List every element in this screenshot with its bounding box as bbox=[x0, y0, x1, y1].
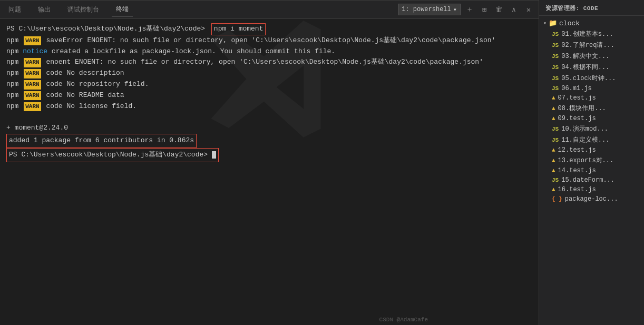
collapse-button[interactable]: ∧ bbox=[508, 4, 520, 15]
js-file-icon: JS bbox=[552, 64, 559, 71]
sidebar: 资源管理器: CODE ▾ 📁 clock JS 01.创建基本s... JS … bbox=[539, 0, 644, 325]
sidebar-item-file-06[interactable]: JS 06.m1.js bbox=[539, 84, 644, 93]
file-label-13: 13.exports对... bbox=[558, 156, 614, 165]
vscode-logo bbox=[196, 11, 343, 147]
file-label-06: 06.m1.js bbox=[561, 85, 592, 92]
file-label-14: 14.test.js bbox=[558, 167, 596, 174]
warn-file-icon: ▲ bbox=[552, 147, 555, 153]
warn-file-icon: ▲ bbox=[552, 95, 555, 101]
warn-file-icon: ▲ bbox=[552, 105, 555, 112]
close-panel-button[interactable]: ✕ bbox=[523, 4, 534, 15]
warn-file-icon: ▲ bbox=[552, 157, 555, 164]
terminal-dropdown[interactable]: 1: powershell ▾ bbox=[398, 4, 461, 15]
main-container: 问题 输出 调试控制台 终端 1: powershell ▾ ＋ ⊞ 🗑 ∧ ✕ bbox=[0, 0, 644, 325]
sidebar-item-file-03[interactable]: JS 03.解决中文... bbox=[539, 51, 644, 62]
dropdown-label: 1: powershell bbox=[402, 6, 451, 13]
file-label-12: 12.test.js bbox=[558, 146, 596, 154]
js-file-icon: JS bbox=[552, 137, 559, 143]
sidebar-item-file-09[interactable]: ▲ 09.test.js bbox=[539, 114, 644, 123]
file-label-16: 16.test.js bbox=[558, 186, 596, 193]
file-label-09: 09.test.js bbox=[558, 115, 596, 122]
sidebar-item-file-15[interactable]: JS 15.dateForm... bbox=[539, 175, 644, 185]
terminal-cursor bbox=[212, 151, 216, 159]
file-label-07: 07.test.js bbox=[558, 94, 596, 102]
sidebar-item-file-12[interactable]: ▲ 12.test.js bbox=[539, 145, 644, 155]
tab-output[interactable]: 输出 bbox=[34, 3, 55, 16]
sidebar-tree: ▾ 📁 clock JS 01.创建基本s... JS 02.了解req请...… bbox=[539, 16, 644, 325]
sidebar-item-file-pkg[interactable]: { } package-loc... bbox=[539, 194, 644, 204]
tab-problems[interactable]: 问题 bbox=[4, 3, 25, 16]
js-file-icon: JS bbox=[552, 31, 559, 37]
js-file-icon: JS bbox=[552, 85, 559, 92]
sidebar-item-file-01[interactable]: JS 01.创建基本s... bbox=[539, 28, 644, 40]
js-file-icon: JS bbox=[552, 75, 559, 82]
file-label-01: 01.创建基本s... bbox=[561, 29, 613, 38]
sidebar-item-file-14[interactable]: ▲ 14.test.js bbox=[539, 166, 644, 175]
terminal-final-prompt: PS C:\Users\escook\Desktop\Node.js基础\day… bbox=[6, 148, 532, 162]
tab-debug[interactable]: 调试控制台 bbox=[63, 3, 103, 16]
sidebar-item-file-10[interactable]: JS 10.演示mod... bbox=[539, 123, 644, 134]
file-label-15: 15.dateForm... bbox=[561, 176, 614, 184]
js-file-icon: JS bbox=[552, 53, 559, 60]
prompt-1: PS C:\Users\escook\Desktop\Node.js基础\day… bbox=[6, 24, 209, 35]
file-label-11: 11.自定义模... bbox=[561, 135, 609, 144]
sidebar-item-file-07[interactable]: ▲ 07.test.js bbox=[539, 93, 644, 103]
warn-file-icon: ▲ bbox=[552, 115, 555, 122]
watermark: CSDN @AdamCafe bbox=[379, 317, 428, 323]
sidebar-item-file-13[interactable]: ▲ 13.exports对... bbox=[539, 155, 644, 166]
folder-arrow-icon: ▾ bbox=[543, 20, 547, 26]
file-label-08: 08.模块作用... bbox=[558, 104, 606, 113]
file-label-04: 04.根据不同... bbox=[561, 63, 609, 72]
editor-area: 问题 输出 调试控制台 终端 1: powershell ▾ ＋ ⊞ 🗑 ∧ ✕ bbox=[0, 0, 539, 325]
sidebar-header: 资源管理器: CODE bbox=[539, 0, 644, 16]
sidebar-item-file-11[interactable]: JS 11.自定义模... bbox=[539, 134, 644, 145]
folder-icon: 📁 bbox=[549, 19, 557, 27]
sidebar-item-file-04[interactable]: JS 04.根据不同... bbox=[539, 62, 644, 73]
file-label-10: 10.演示mod... bbox=[561, 124, 608, 133]
js-file-icon: JS bbox=[552, 177, 559, 183]
js-file-icon: JS bbox=[552, 42, 559, 48]
file-label-02: 02.了解req请... bbox=[561, 41, 614, 50]
file-label-pkg: package-loc... bbox=[565, 195, 618, 203]
sidebar-item-file-08[interactable]: ▲ 08.模块作用... bbox=[539, 103, 644, 114]
chevron-down-icon: ▾ bbox=[453, 6, 457, 14]
delete-terminal-button[interactable]: 🗑 bbox=[493, 4, 505, 15]
warn-file-icon: ▲ bbox=[552, 168, 555, 174]
sidebar-item-file-02[interactable]: JS 02.了解req请... bbox=[539, 40, 644, 51]
warn-file-icon: ▲ bbox=[552, 186, 555, 193]
folder-label: clock bbox=[559, 19, 580, 27]
json-file-icon: { } bbox=[552, 196, 562, 202]
sidebar-item-file-05[interactable]: JS 05.clock时钟... bbox=[539, 73, 644, 84]
tab-terminal[interactable]: 终端 bbox=[112, 3, 133, 16]
sidebar-folder-clock[interactable]: ▾ 📁 clock bbox=[539, 18, 644, 28]
file-label-05: 05.clock时钟... bbox=[561, 74, 616, 83]
add-terminal-button[interactable]: ＋ bbox=[464, 4, 475, 15]
sidebar-item-file-16[interactable]: ▲ 16.test.js bbox=[539, 185, 644, 194]
file-label-03: 03.解决中文... bbox=[561, 52, 609, 61]
split-terminal-button[interactable]: ⊞ bbox=[479, 4, 490, 15]
js-file-icon: JS bbox=[552, 126, 559, 132]
terminal-actions: 1: powershell ▾ ＋ ⊞ 🗑 ∧ ✕ bbox=[398, 4, 534, 15]
